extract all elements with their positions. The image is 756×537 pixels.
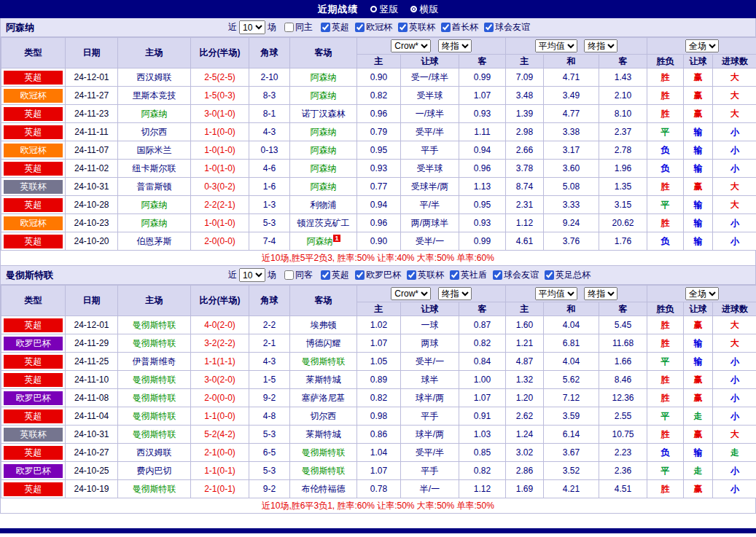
away-team: 顿涅茨克矿工: [290, 214, 357, 232]
match-score: 0-3(0-2): [191, 178, 249, 196]
odds-home: 0.96: [357, 214, 401, 232]
league-filter-checkbox[interactable]: [493, 270, 502, 280]
recent-count-select[interactable]: 10: [239, 268, 265, 282]
result-handicap: 赢: [684, 389, 713, 407]
index-type-select-2[interactable]: 终指: [584, 287, 617, 300]
team-name: 曼彻斯特联: [6, 269, 228, 282]
league-filter-checkbox[interactable]: [355, 270, 365, 280]
corner-score: 8-3: [249, 87, 290, 105]
match-score: 3-0(1-0): [191, 105, 249, 123]
avg-away: 2.55: [599, 407, 647, 426]
league-filter-欧冠杯[interactable]: 欧冠杯: [352, 21, 392, 34]
team-name: 阿森纳: [6, 21, 228, 34]
avg-away: 12.36: [599, 389, 647, 407]
match-score: 1-0(1-0): [191, 160, 249, 178]
odds-handicap: 平手: [401, 407, 459, 426]
home-team: 曼彻斯特联: [118, 316, 191, 334]
home-team: 曼彻斯特联: [118, 407, 191, 426]
league-filter-checkbox[interactable]: [321, 270, 330, 280]
avg-home: 2.66: [506, 141, 544, 160]
league-filter-checkbox[interactable]: [484, 23, 494, 32]
average-select[interactable]: 平均值: [535, 39, 577, 52]
league-filter-checkbox[interactable]: [450, 270, 459, 280]
league-filter-checkbox[interactable]: [398, 23, 408, 32]
avg-home: 1.32: [506, 371, 544, 389]
home-team: 纽卡斯尔联: [118, 160, 191, 178]
away-team: 阿森纳: [290, 178, 357, 196]
match-date: 24-11-07: [66, 141, 118, 160]
league-badge: 英超: [4, 125, 63, 139]
avg-draw: 4.21: [544, 480, 599, 498]
league-filter-checkbox[interactable]: [407, 270, 416, 280]
radio-icon[interactable]: [410, 6, 417, 12]
average-select[interactable]: 平均值: [535, 287, 577, 300]
same-venue-checkbox[interactable]: [284, 23, 294, 32]
odds-home: 0.96: [357, 105, 401, 123]
same-venue-filter[interactable]: 同客: [281, 269, 313, 281]
bookmaker-select[interactable]: Crow*: [391, 287, 431, 300]
league-cell: 英超: [1, 196, 66, 214]
away-team: 切尔西: [290, 407, 357, 426]
odds-home: 1.07: [357, 334, 401, 353]
league-filter-label: 英超: [332, 21, 349, 34]
section-header: 阿森纳 近 10 场 同主 英超欧冠杯英联杯酋长杯球会友谊: [1, 18, 755, 37]
avg-home: 1.12: [506, 214, 544, 232]
avg-draw: 3.33: [544, 196, 599, 214]
league-badge: 英联杯: [4, 180, 63, 194]
odds-group-bookmaker: Crow* 终指: [357, 38, 506, 55]
league-filter-checkbox[interactable]: [321, 23, 330, 32]
record-summary: 近10场,胜5平2负3, 胜率:50% 让率:40% 大率:50% 单率:60%: [1, 251, 755, 266]
layout-option-vertical[interactable]: 竖版: [370, 3, 399, 16]
scope-select[interactable]: 全场: [685, 39, 719, 52]
league-filter-英联杯[interactable]: 英联杯: [404, 269, 444, 281]
result-goals: 小: [713, 123, 756, 141]
match-date: 24-12-01: [66, 68, 118, 87]
league-filter-英社盾[interactable]: 英社盾: [447, 269, 487, 281]
same-venue-filter[interactable]: 同主: [281, 21, 313, 34]
corner-score: 9-2: [249, 480, 290, 498]
result-group: 全场: [647, 286, 756, 302]
league-cell: 英超: [1, 160, 66, 178]
subcol-handicap-result: 让球: [684, 55, 713, 68]
match-row: 英联杯24-10-31曼彻斯特联5-2(4-2)5-3莱斯特城0.86球半/两1…: [1, 426, 756, 444]
same-venue-checkbox[interactable]: [284, 270, 294, 280]
match-score: 1-1(0-1): [191, 462, 249, 480]
league-filter-checkbox[interactable]: [355, 23, 365, 32]
section-header: 曼彻斯特联 近 10 场 同客 英超欧罗巴杯英联杯英社盾球会友谊英足总杯: [1, 266, 755, 285]
match-row: 欧冠杯24-11-27里斯本竞技1-5(0-3)8-3阿森纳0.82受半球1.0…: [1, 87, 756, 105]
league-cell: 英联杯: [1, 426, 66, 444]
result-handicap: 赢: [684, 87, 713, 105]
match-date: 24-11-27: [66, 87, 118, 105]
odds-handicap: 两/两球半: [401, 214, 459, 232]
index-type-select[interactable]: 终指: [438, 287, 472, 300]
away-team: 阿森纳: [290, 68, 357, 87]
league-filter-酋长杯[interactable]: 酋长杯: [438, 21, 478, 34]
radio-icon[interactable]: [370, 6, 377, 12]
avg-home: 1.60: [506, 316, 544, 334]
avg-away: 4.51: [599, 480, 647, 498]
avg-home: 8.74: [506, 178, 544, 196]
avg-draw: 3.76: [544, 232, 599, 251]
league-cell: 英超: [1, 123, 66, 141]
avg-home: 2.31: [506, 196, 544, 214]
recent-count-select[interactable]: 10: [239, 20, 265, 34]
league-filter-英超[interactable]: 英超: [318, 21, 349, 34]
index-type-select-2[interactable]: 终指: [584, 39, 617, 52]
away-team: 诺丁汉森林: [290, 105, 357, 123]
league-filter-checkbox[interactable]: [545, 270, 554, 280]
result-outcome: 胜: [647, 214, 684, 232]
scope-select[interactable]: 全场: [685, 287, 719, 300]
league-filter-英超[interactable]: 英超: [318, 269, 349, 281]
league-filter-英足总杯[interactable]: 英足总杯: [542, 269, 591, 281]
league-filter-球会友谊[interactable]: 球会友谊: [481, 21, 530, 34]
bookmaker-select[interactable]: Crow*: [391, 39, 431, 52]
league-filter-checkbox[interactable]: [441, 23, 451, 32]
index-type-select[interactable]: 终指: [438, 39, 472, 52]
layout-option-horizontal[interactable]: 横版: [410, 3, 439, 16]
avg-away: 8.10: [599, 105, 647, 123]
league-filter-球会友谊[interactable]: 球会友谊: [490, 269, 539, 281]
result-outcome: 胜: [647, 371, 684, 389]
league-filter-欧罗巴杯[interactable]: 欧罗巴杯: [352, 269, 401, 281]
league-filter-英联杯[interactable]: 英联杯: [395, 21, 435, 34]
avg-draw: 4.77: [544, 105, 599, 123]
